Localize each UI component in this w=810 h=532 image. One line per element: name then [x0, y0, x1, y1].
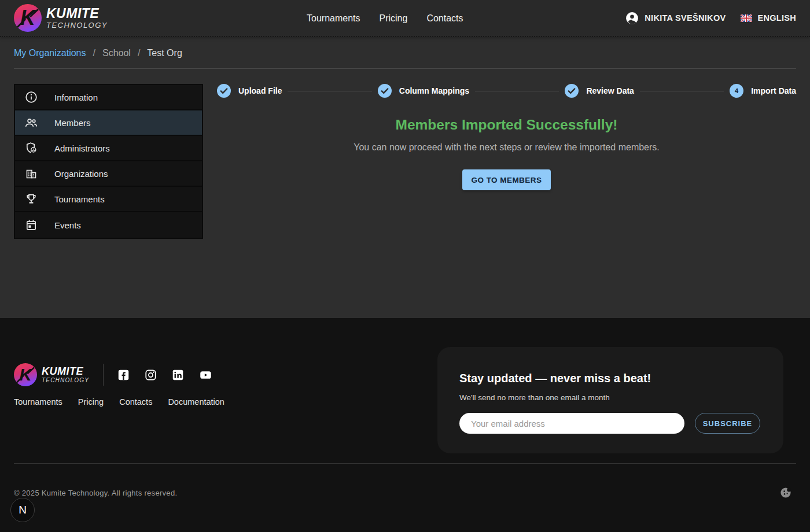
linkedin-icon[interactable]: [172, 369, 184, 381]
footer-link-tournaments[interactable]: Tournaments: [14, 397, 62, 407]
import-wizard: Upload File Column Mappings Review Data: [217, 84, 796, 239]
step-upload-file: Upload File: [217, 84, 282, 98]
breadcrumb: My Organizations / School / Test Org: [0, 37, 810, 68]
breadcrumb-school: School: [102, 48, 131, 58]
step-number-icon: 4: [730, 84, 743, 98]
footer-brand-name: KUMITE: [42, 366, 89, 376]
sidebar-item-label: Administrators: [54, 143, 110, 153]
step-connector: [475, 91, 559, 91]
breadcrumb-separator: /: [93, 48, 95, 58]
admin-shield-icon: [24, 141, 38, 155]
footer-link-documentation[interactable]: Documentation: [168, 397, 224, 407]
step-number: 4: [735, 87, 739, 94]
nav-contacts[interactable]: Contacts: [426, 13, 463, 24]
youtube-icon[interactable]: [199, 369, 211, 381]
sidebar-item-organizations[interactable]: Organizations: [15, 161, 202, 187]
copyright-text: © 2025 Kumite Technology. All rights res…: [14, 489, 177, 497]
nav-tournaments[interactable]: Tournaments: [307, 13, 360, 24]
step-connector: [640, 91, 724, 91]
step-import-data: 4 Import Data: [730, 84, 796, 98]
sidebar-item-label: Information: [54, 93, 98, 102]
page-top: KUMITE TECHNOLOGY Tournaments Pricing Co…: [0, 0, 810, 318]
brand-logo[interactable]: KUMITE TECHNOLOGY: [14, 4, 108, 32]
kumite-logo-icon: [14, 4, 42, 32]
success-title: Members Imported Successfully!: [396, 117, 618, 133]
breadcrumb-my-organizations[interactable]: My Organizations: [14, 48, 86, 58]
cookie-settings-icon[interactable]: [779, 486, 793, 500]
social-links: [117, 369, 211, 381]
go-to-members-button[interactable]: GO TO MEMBERS: [462, 169, 551, 190]
subscribe-button[interactable]: SUBSCRIBE: [695, 413, 760, 434]
trophy-icon: [24, 192, 38, 206]
newsletter-subtitle: We'll send no more than one email a mont…: [459, 393, 760, 402]
footer-link-contacts[interactable]: Contacts: [119, 397, 152, 407]
newsletter-card: Stay updated — never miss a beat! We'll …: [437, 347, 783, 453]
brand-subtitle: TECHNOLOGY: [46, 21, 108, 29]
footer-divider: [14, 463, 796, 464]
step-label: Review Data: [586, 86, 634, 95]
footer-vertical-divider: [103, 364, 104, 386]
footer-brand-logo[interactable]: KUMITE TECHNOLOGY: [14, 363, 89, 386]
nav-pricing[interactable]: Pricing: [380, 13, 408, 24]
account-circle-icon: [625, 11, 639, 25]
sidebar-item-events[interactable]: Events: [15, 212, 202, 238]
step-check-icon: [378, 84, 392, 98]
calendar-icon: [24, 218, 38, 232]
success-subtitle: You can now proceed with the next steps …: [354, 142, 660, 153]
uk-flag-icon: [741, 14, 752, 22]
step-label: Import Data: [751, 86, 796, 95]
sidebar-item-members[interactable]: Members: [15, 110, 202, 136]
step-check-icon: [217, 84, 231, 98]
kumite-logo-icon: [14, 363, 37, 386]
building-icon: [24, 167, 38, 180]
language-selector[interactable]: ENGLISH: [741, 13, 796, 23]
footer-links: Tournaments Pricing Contacts Documentati…: [14, 397, 224, 407]
facebook-icon[interactable]: [117, 369, 130, 381]
sidebar-item-label: Organizations: [54, 169, 108, 179]
import-stepper: Upload File Column Mappings Review Data: [217, 84, 796, 98]
breadcrumb-current: Test Org: [147, 48, 182, 58]
members-icon: [24, 116, 38, 130]
import-result: Members Imported Successfully! You can n…: [217, 98, 796, 190]
footer-link-pricing[interactable]: Pricing: [78, 397, 104, 407]
org-sidebar: Information Members Administrators Organ…: [14, 84, 203, 239]
breadcrumb-separator: /: [138, 48, 140, 58]
newsletter-title: Stay updated — never miss a beat!: [459, 372, 760, 385]
step-check-icon: [565, 84, 579, 98]
header-nav: Tournaments Pricing Contacts: [307, 0, 463, 37]
sidebar-item-tournaments[interactable]: Tournaments: [15, 187, 202, 212]
brand-name: KUMITE: [46, 7, 108, 20]
dev-tools-badge[interactable]: N: [10, 498, 35, 522]
sidebar-item-administrators[interactable]: Administrators: [15, 136, 202, 161]
instagram-icon[interactable]: [145, 369, 157, 381]
email-input[interactable]: [459, 413, 684, 434]
step-label: Upload File: [238, 86, 282, 95]
step-label: Column Mappings: [399, 86, 469, 95]
info-icon: [24, 90, 38, 104]
sidebar-item-label: Events: [54, 220, 81, 230]
step-review-data: Review Data: [565, 84, 634, 98]
sidebar-item-label: Tournaments: [54, 194, 105, 204]
footer: KUMITE TECHNOLOGY Tournaments Pricing Co…: [0, 318, 810, 532]
user-menu[interactable]: NIKITA SVEŠNIKOV: [625, 11, 726, 25]
app-header: KUMITE TECHNOLOGY Tournaments Pricing Co…: [0, 0, 810, 37]
sidebar-item-information[interactable]: Information: [15, 85, 202, 110]
sidebar-item-label: Members: [54, 118, 91, 128]
step-connector: [288, 91, 371, 91]
language-label: ENGLISH: [757, 13, 796, 23]
user-name: NIKITA SVEŠNIKOV: [645, 13, 726, 23]
footer-brand-subtitle: TECHNOLOGY: [42, 378, 89, 383]
step-column-mappings: Column Mappings: [378, 84, 469, 98]
